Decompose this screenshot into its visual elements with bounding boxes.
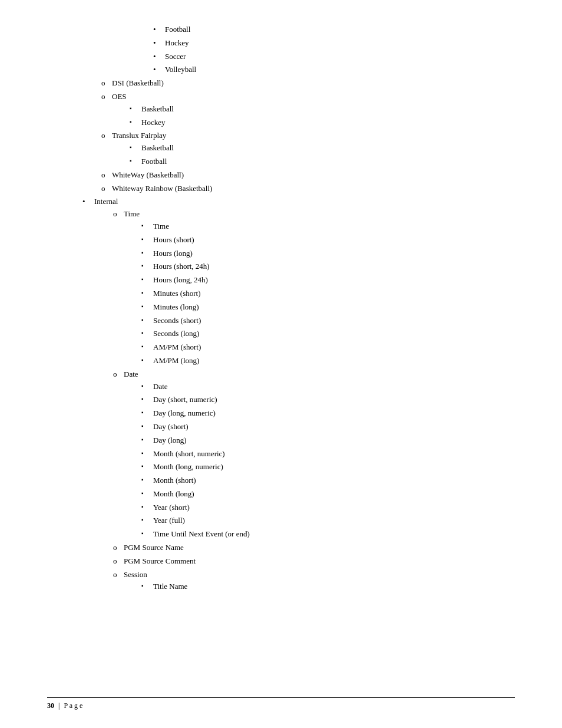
list-item: OES Basketball Hockey <box>100 91 515 129</box>
list-item: Year (full) <box>141 515 515 527</box>
list-item: DSI (Basketball) <box>100 77 515 90</box>
list-item: Football <box>153 24 515 36</box>
list-item: Hours (short, 24h) <box>141 261 515 273</box>
list-item: Seconds (short) <box>141 315 515 327</box>
list-item: Hours (short) <box>141 234 515 246</box>
list-item-internal: Internal Time Time Hours (short) Hours (… <box>82 196 515 593</box>
list-item: Basketball <box>130 142 515 154</box>
page-number: 30 | P a g e <box>47 701 82 710</box>
list-item: Day (short, numeric) <box>141 394 515 406</box>
level2-list: DSI (Basketball) OES Basketball Hockey T… <box>100 77 515 195</box>
level3-list: Basketball Hockey <box>130 103 515 129</box>
list-item: AM/PM (short) <box>141 341 515 354</box>
list-item-pgm-source-name: PGM Source Name <box>112 542 515 554</box>
list-item-date: Date Date Day (short, numeric) Day (long… <box>112 368 515 541</box>
list-item: Date <box>141 381 515 393</box>
list-item: Football <box>130 156 515 168</box>
list-item: Month (long, numeric) <box>141 461 515 473</box>
list-item: Day (long, numeric) <box>141 407 515 420</box>
list-item: Year (short) <box>141 502 515 514</box>
list-item: Hours (long) <box>141 248 515 260</box>
list-item: Time <box>141 220 515 233</box>
session-children: Title Name <box>141 581 515 593</box>
top-bullet-list: Football Hockey Soccer Volleyball <box>153 24 515 76</box>
page-container: Football Hockey Soccer Volleyball DSI (B… <box>0 0 562 728</box>
list-item-session: Session Title Name <box>112 569 515 594</box>
level1-list: Internal Time Time Hours (short) Hours (… <box>82 196 515 593</box>
list-item: Hockey <box>153 37 515 50</box>
list-item: Day (long) <box>141 434 515 447</box>
list-item: Time Until Next Event (or end) <box>141 528 515 541</box>
list-item: Hockey <box>130 117 515 129</box>
list-item: Basketball <box>130 103 515 116</box>
list-item: Hours (long, 24h) <box>141 274 515 286</box>
list-item: Month (short, numeric) <box>141 448 515 460</box>
page-footer: 30 | P a g e <box>47 697 515 710</box>
list-item: Volleyball <box>153 64 515 76</box>
level3-list: Basketball Football <box>130 142 515 168</box>
list-item: WhiteWay (Basketball) <box>100 169 515 182</box>
list-item: Month (short) <box>141 475 515 487</box>
list-item: Minutes (short) <box>141 288 515 300</box>
list-item-pgm-source-comment: PGM Source Comment <box>112 555 515 568</box>
content-area: Football Hockey Soccer Volleyball DSI (B… <box>82 24 515 593</box>
list-item: Translux Fairplay Basketball Football <box>100 130 515 167</box>
list-item: Seconds (long) <box>141 328 515 340</box>
list-item-title-name: Title Name <box>141 581 515 593</box>
time-children: Time Hours (short) Hours (long) Hours (s… <box>141 220 515 367</box>
list-item: Whiteway Rainbow (Basketball) <box>100 183 515 195</box>
list-item-time: Time Time Hours (short) Hours (long) Hou… <box>112 208 515 367</box>
internal-level2-list: Time Time Hours (short) Hours (long) Hou… <box>112 208 515 593</box>
list-item: Minutes (long) <box>141 301 515 314</box>
list-item: Soccer <box>153 51 515 63</box>
list-item: AM/PM (long) <box>141 355 515 367</box>
list-item: Month (long) <box>141 488 515 500</box>
list-item: Day (short) <box>141 421 515 433</box>
date-children: Date Day (short, numeric) Day (long, num… <box>141 381 515 541</box>
